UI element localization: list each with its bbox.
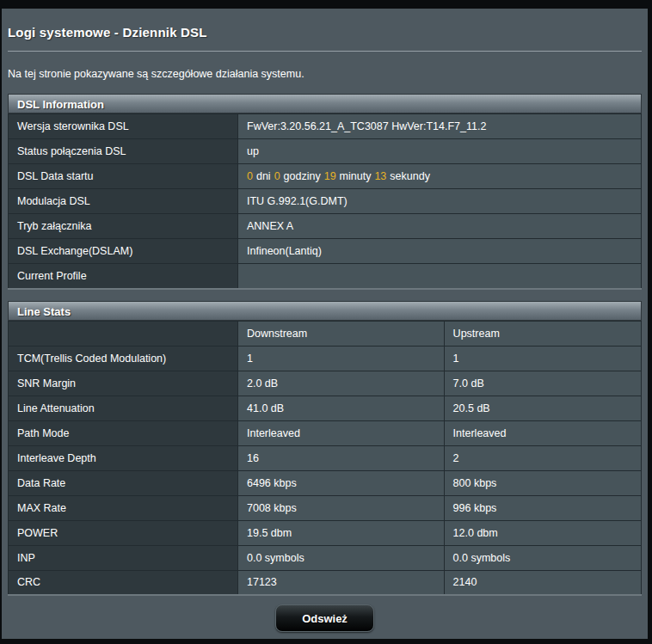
line-stats-upstream-value: 1 [444, 346, 641, 371]
line-stats-upstream-value: Interleaved [444, 420, 641, 445]
dsl-info-row-value: Infineon(Lantiq) [238, 239, 642, 264]
dsl-info-row-value: up [238, 139, 642, 164]
line-stats-column-header: Downstream [238, 321, 445, 346]
line-stats-upstream-value: 20.5 dB [444, 396, 641, 420]
line-stats-corner-cell [9, 321, 238, 346]
line-stats-downstream-value: 2.0 dB [238, 371, 445, 396]
line-stats-row: Data Rate6496 kbps800 kbps [9, 470, 642, 495]
line-stats-row-label: Data Rate [9, 470, 238, 495]
dsl-info-row: Wersja sterownika DSLFwVer:3.20.56.21_A_… [9, 114, 642, 139]
line-stats-upstream-value: 12.0 dbm [444, 520, 641, 545]
dsl-info-row-label: Current Profile [9, 264, 238, 289]
line-stats-row: Path ModeInterleavedInterleaved [9, 420, 642, 445]
line-stats-column-header: Upstream [444, 321, 641, 346]
line-stats-upstream-value: 7.0 dB [444, 371, 641, 396]
line-stats-downstream-value: 1 [238, 346, 445, 371]
page-subtitle: Na tej stronie pokazywane są szczegółowe… [8, 58, 642, 80]
dsl-info-row-label: Status połączenia DSL [9, 139, 238, 164]
dsl-info-row-label: Modulacja DSL [9, 189, 238, 214]
uptime-unit: sekundy [390, 170, 430, 182]
line-stats-row: TCM(Trellis Coded Modulation)11 [9, 346, 642, 371]
uptime-unit: minuty [340, 170, 372, 182]
uptime-unit: godziny [284, 170, 321, 182]
dsl-info-row: DSL Exchange(DSLAM)Infineon(Lantiq) [9, 239, 642, 264]
line-stats-row-label: Line Attenuation [9, 396, 238, 420]
dsl-info-row-value [238, 264, 642, 289]
title-divider [8, 51, 642, 52]
dsl-info-row: Current Profile [9, 264, 642, 289]
dsl-info-row-value: ITU G.992.1(G.DMT) [238, 189, 642, 214]
line-stats-row: INP0.0 symbols0.0 symbols [9, 545, 642, 570]
dsl-info-row-label: Tryb załącznika [9, 214, 238, 239]
uptime-number: 0 [274, 170, 280, 182]
dsl-info-row-label: DSL Data startu [9, 164, 238, 189]
line-stats-row: MAX Rate7008 kbps996 kbps [9, 495, 642, 520]
line-stats-upstream-value: 0.0 symbols [444, 545, 641, 570]
line-stats-header-row: DownstreamUpstream [9, 321, 642, 346]
line-stats-downstream-value: 19.5 dbm [238, 520, 445, 545]
uptime-number: 13 [374, 170, 386, 182]
line-stats-row: SNR Margin2.0 dB7.0 dB [9, 371, 642, 396]
line-stats-row-label: POWER [9, 520, 238, 545]
line-stats-row: POWER19.5 dbm12.0 dbm [9, 520, 642, 545]
dsl-info-row-label: DSL Exchange(DSLAM) [9, 239, 238, 264]
dsl-information-section: DSL Information Wersja sterownika DSLFwV… [8, 94, 642, 290]
dsl-information-table: Wersja sterownika DSLFwVer:3.20.56.21_A_… [8, 113, 642, 290]
line-stats-downstream-value: 17123 [238, 570, 445, 595]
line-stats-row: CRC171232140 [9, 570, 642, 595]
line-stats-table: DownstreamUpstream TCM(Trellis Coded Mod… [8, 321, 642, 597]
line-stats-row-label: Path Mode [9, 420, 238, 445]
refresh-button[interactable]: Odswież [275, 604, 374, 632]
line-stats-downstream-value: 16 [238, 445, 445, 470]
dsl-info-row: Tryb załącznikaANNEX A [9, 214, 642, 239]
line-stats-upstream-value: 996 kbps [444, 495, 641, 520]
line-stats-downstream-value: 7008 kbps [238, 495, 445, 520]
uptime-number: 0 [247, 170, 253, 182]
line-stats-downstream-value: 0.0 symbols [238, 545, 445, 570]
page-content: Logi systemowe - Dziennik DSL Na tej str… [2, 9, 648, 639]
footer-button-row: Odswież [8, 604, 642, 632]
dsl-info-row-label: Wersja sterownika DSL [9, 114, 238, 139]
dsl-information-header: DSL Information [8, 94, 642, 113]
line-stats-row-label: TCM(Trellis Coded Modulation) [9, 346, 238, 371]
dsl-info-row-value: FwVer:3.20.56.21_A_TC3087 HwVer:T14.F7_1… [238, 114, 642, 139]
dsl-info-row: Modulacja DSLITU G.992.1(G.DMT) [9, 189, 642, 214]
line-stats-row: Line Attenuation41.0 dB20.5 dB [9, 396, 642, 420]
uptime-number: 19 [324, 170, 336, 182]
line-stats-downstream-value: 41.0 dB [238, 396, 445, 420]
line-stats-upstream-value: 800 kbps [444, 470, 641, 495]
line-stats-upstream-value: 2140 [444, 570, 641, 595]
page-title: Logi systemowe - Dziennik DSL [8, 9, 642, 40]
router-admin-page: Logi systemowe - Dziennik DSL Na tej str… [0, 0, 652, 644]
line-stats-row-label: SNR Margin [9, 371, 238, 396]
line-stats-upstream-value: 2 [444, 445, 641, 470]
line-stats-row-label: Interleave Depth [9, 445, 238, 470]
line-stats-section: Line Stats DownstreamUpstream TCM(Trelli… [8, 301, 642, 597]
dsl-info-row-value: ANNEX A [238, 214, 642, 239]
line-stats-downstream-value: Interleaved [238, 420, 445, 445]
dsl-info-row: Status połączenia DSLup [9, 139, 642, 164]
line-stats-header: Line Stats [8, 301, 642, 321]
line-stats-row-label: CRC [9, 570, 238, 595]
dsl-info-row: DSL Data startu0dni0godziny19minuty13sek… [9, 164, 642, 189]
uptime-unit: dni [256, 170, 271, 182]
dsl-info-row-value: 0dni0godziny19minuty13sekundy [238, 164, 642, 189]
line-stats-row-label: INP [9, 545, 238, 570]
line-stats-row: Interleave Depth162 [9, 445, 642, 470]
line-stats-row-label: MAX Rate [9, 495, 238, 520]
line-stats-downstream-value: 6496 kbps [238, 470, 445, 495]
